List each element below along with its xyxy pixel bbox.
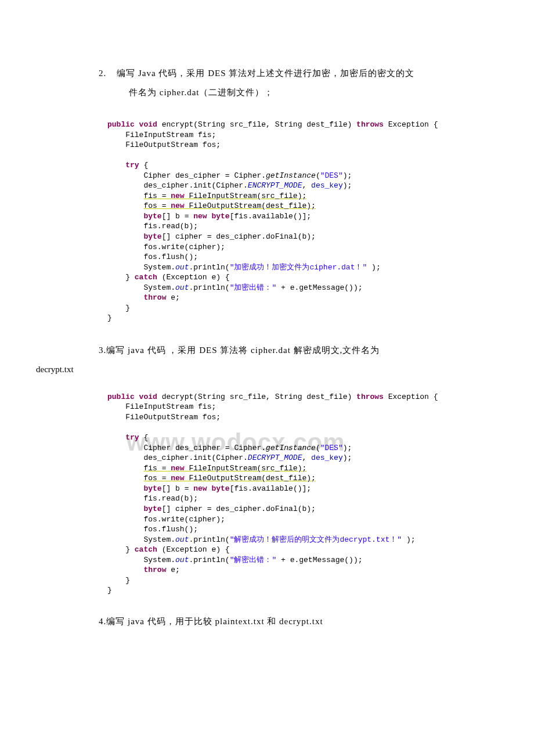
code1-l1: FileInputStream fis;	[107, 131, 216, 139]
code2-l14a: System.	[107, 535, 175, 544]
code1-l11a	[107, 232, 143, 241]
code2-l14e: );	[402, 535, 415, 544]
code2-l10: fis.read(b);	[107, 494, 198, 503]
section-2-heading-cont: 件名为 cipher.dat（二进制文件）；	[129, 83, 476, 102]
code2-l4c: {	[139, 433, 149, 442]
kw-try: try	[125, 161, 139, 170]
kw-try-2: try	[125, 433, 139, 442]
getinstance-call-2: getInstance	[266, 444, 316, 452]
decrypt-code-block: public void decrypt(String src_file, Str…	[107, 392, 476, 596]
des-key-field-2: des_key	[311, 453, 343, 462]
kw-public-void-2: public void	[107, 393, 157, 401]
getinstance-call: getInstance	[266, 171, 316, 180]
kw-new-byte-1: new byte	[193, 212, 229, 221]
code2-l12: fos.write(cipher);	[107, 515, 225, 524]
code2-l6a: des_cipher.init(Cipher.	[107, 453, 248, 462]
code1-l13: fos.flush();	[107, 253, 198, 261]
code2-l17a	[107, 566, 143, 574]
code1-l16c: .println(	[189, 283, 229, 292]
code2-l8-u: fos = new FileOutputStream(dest_file);	[143, 474, 315, 483]
code1-l6e: );	[343, 181, 352, 190]
encrypt-code-block: public void encrypt(String src_file, Str…	[107, 120, 476, 323]
section-4-number: 4.	[99, 612, 106, 631]
kw-throw-2: throw	[143, 566, 166, 574]
out-field-3: out	[175, 535, 189, 544]
section-2-line2: 件名为 cipher.dat（二进制文件）；	[129, 88, 273, 97]
code2-l8b: fos =	[143, 474, 171, 483]
code1-l7a	[107, 192, 143, 200]
code2-l16a: System.	[107, 556, 175, 564]
code1-l12: fos.write(cipher);	[107, 243, 225, 251]
code1-l4a	[107, 161, 125, 170]
code2-l13: fos.flush();	[107, 525, 198, 534]
code2-l7d: FileInputStream(src_file);	[185, 464, 307, 473]
section-3-decrypt-label: decrypt.txt	[36, 365, 476, 375]
code1-l18: }	[107, 304, 130, 312]
code1-l5a: Cipher des_cipher = Cipher.	[107, 171, 266, 180]
code1-l17c: e;	[166, 293, 179, 302]
decrypt-sig-mid: decrypt(String src_file, String dest_fil…	[157, 393, 356, 401]
code1-l17a	[107, 293, 143, 302]
out-field-2: out	[175, 283, 189, 292]
code2-l14c: .println(	[189, 535, 229, 544]
code2-l1: FileInputStream fis;	[107, 402, 216, 411]
kw-new-4: new	[171, 474, 184, 483]
str-des: "DES"	[320, 171, 343, 180]
code1-l7-u: fis = new FileInputStream(src_file);	[143, 192, 306, 200]
kw-new-2: new	[171, 201, 184, 210]
code1-l6c: ,	[302, 181, 311, 190]
code2-l15c: (Exception e) {	[157, 545, 230, 554]
code1-l9a	[107, 212, 143, 221]
document-page: 2.编写 Java 代码，采用 DES 算法对上述文件进行加密，加密后的密文的文…	[0, 0, 534, 683]
kw-byte-2: byte	[143, 232, 161, 241]
section-3-number: 3.	[99, 341, 106, 360]
code2-l2: FileOutputStream fos;	[107, 413, 221, 422]
code2-l5a: Cipher des_cipher = Cipher.	[107, 444, 266, 452]
section-3-heading: 3.编写 java 代码 ，采用 DES 算法将 cipher.dat 解密成明…	[58, 341, 476, 360]
code2-l9c: [] b =	[162, 484, 194, 493]
code2-l18: }	[107, 576, 130, 585]
kw-throws: throws	[356, 120, 384, 129]
kw-byte-4: byte	[143, 505, 161, 513]
str-encrypt-ok: "加密成功！加密文件为cipher.dat！"	[230, 263, 367, 272]
code2-l11c: [] cipher = des_cipher.doFinal(b);	[162, 505, 316, 513]
code1-l8b: fos =	[143, 201, 171, 210]
code1-l16a: System.	[107, 283, 175, 292]
code1-l14a: System.	[107, 263, 175, 272]
code2-l7b: fis =	[143, 464, 171, 473]
kw-catch-1: catch	[135, 273, 157, 282]
section-2: 2.编写 Java 代码，采用 DES 算法对上述文件进行加密，加密后的密文的文…	[58, 64, 476, 102]
code1-l7b: fis =	[143, 192, 171, 200]
code1-l9c: [] b =	[162, 212, 194, 221]
code2-l17c: e;	[166, 566, 179, 574]
code2-l15a: }	[107, 545, 135, 554]
code1-l15c: (Exception e) {	[157, 273, 230, 282]
code2-l8d: FileOutputStream(dest_file);	[185, 474, 316, 483]
code2-l6e: );	[343, 453, 352, 462]
code1-l6a: des_cipher.init(Cipher.	[107, 181, 248, 190]
code2-l5c: (	[316, 444, 320, 452]
str-decrypt-ok: "解密成功！解密后的明文文件为decrypt.txt！"	[230, 535, 402, 544]
code1-l16e: + e.getMessage());	[276, 283, 362, 292]
kw-byte-1: byte	[143, 212, 161, 221]
code1-l14c: .println(	[189, 263, 229, 272]
code1-l15a: }	[107, 273, 135, 282]
code2-l4a	[107, 433, 125, 442]
decrypt-sig-end: Exception {	[384, 393, 438, 401]
code1-l8a	[107, 201, 143, 210]
kw-catch-2: catch	[135, 545, 157, 554]
code1-l5e: );	[343, 171, 352, 180]
code2-l16e: + e.getMessage());	[276, 556, 362, 564]
code1-l11c: [] cipher = des_cipher.doFinal(b);	[162, 232, 316, 241]
code1-l5c: (	[316, 171, 320, 180]
code1-l2: FileOutputStream fos;	[107, 141, 221, 149]
section-3-text: 编写 java 代码 ，采用 DES 算法将 cipher.dat 解密成明文,…	[106, 345, 380, 355]
code1-l4c: {	[139, 161, 149, 170]
str-des-2: "DES"	[320, 444, 343, 452]
des-key-field: des_key	[311, 181, 343, 190]
section-2-heading: 2.编写 Java 代码，采用 DES 算法对上述文件进行加密，加密后的密文的文	[58, 64, 476, 83]
code2-l8a	[107, 474, 143, 483]
encrypt-sig-mid: encrypt(String src_file, String dest_fil…	[157, 120, 356, 129]
code1-l8d: FileOutputStream(dest_file);	[185, 201, 316, 210]
code2-l9a	[107, 484, 143, 493]
